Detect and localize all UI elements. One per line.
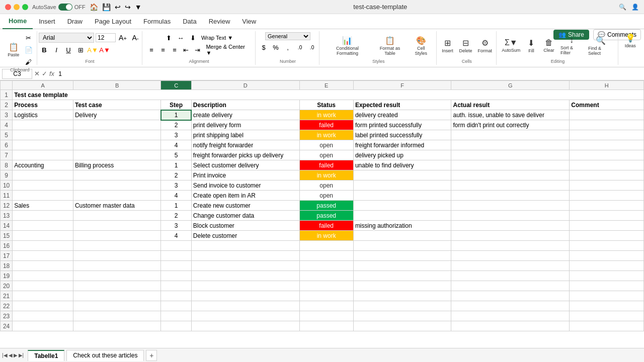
format-button[interactable]: ⚙ Format: [476, 37, 495, 54]
cell-styles-button[interactable]: 🎨 Cell Styles: [409, 35, 433, 57]
formula-input[interactable]: [56, 69, 642, 78]
cell[interactable]: [191, 261, 299, 271]
percent-button[interactable]: %: [270, 42, 281, 53]
cell[interactable]: Sales: [13, 201, 73, 211]
cell[interactable]: Create open item in AR: [191, 191, 299, 201]
cell[interactable]: form didn't print out correctly: [451, 120, 570, 130]
cell[interactable]: [451, 221, 570, 231]
font-color-button[interactable]: A▼: [99, 44, 110, 55]
cell[interactable]: failed: [299, 221, 353, 231]
cell[interactable]: [299, 301, 353, 311]
increase-indent-button[interactable]: ⇥: [192, 44, 203, 55]
cell[interactable]: [353, 211, 451, 221]
autosum-button[interactable]: Σ▼ AutoSum: [501, 37, 522, 54]
cell[interactable]: 1: [161, 160, 191, 170]
cell[interactable]: [191, 321, 299, 331]
cell[interactable]: [451, 191, 570, 201]
cell[interactable]: [570, 150, 644, 160]
cell[interactable]: [161, 301, 191, 311]
cell[interactable]: Expected result: [353, 100, 451, 110]
cell[interactable]: Create new customer: [191, 201, 299, 211]
cell[interactable]: [570, 281, 644, 291]
cell[interactable]: [73, 170, 160, 180]
cell[interactable]: [353, 291, 451, 301]
cell[interactable]: print shipping label: [191, 130, 299, 140]
cell[interactable]: [353, 301, 451, 311]
cell[interactable]: [451, 321, 570, 331]
cell[interactable]: [451, 311, 570, 321]
cell[interactable]: freight forwarder picks up delivery: [191, 150, 299, 160]
find-select-button[interactable]: 🔍 Find & Select: [586, 35, 615, 57]
cell[interactable]: [570, 291, 644, 301]
tab-draw[interactable]: Draw: [61, 14, 89, 29]
col-header-D[interactable]: D: [191, 81, 299, 90]
cell[interactable]: [73, 120, 160, 130]
cell[interactable]: 2: [161, 211, 191, 221]
cell[interactable]: 5: [161, 150, 191, 160]
cancel-icon[interactable]: ✕: [34, 70, 40, 77]
cell[interactable]: [13, 241, 73, 251]
cell[interactable]: [451, 241, 570, 251]
cell[interactable]: [73, 281, 160, 291]
cell[interactable]: 4: [161, 140, 191, 150]
format-painter-button[interactable]: 🖌: [23, 56, 34, 67]
cell[interactable]: Step: [161, 100, 191, 110]
cell[interactable]: 2: [161, 120, 191, 130]
col-header-B[interactable]: B: [73, 81, 160, 90]
italic-button[interactable]: I: [51, 44, 62, 55]
merge-center-button[interactable]: Merge & Center ▼: [204, 44, 252, 55]
align-left-button[interactable]: ≡: [146, 44, 157, 55]
autosave-toggle[interactable]: [58, 4, 72, 11]
cell[interactable]: [161, 251, 191, 261]
maximize-button[interactable]: [22, 4, 28, 10]
cell[interactable]: [451, 211, 570, 221]
cell[interactable]: [451, 180, 570, 191]
cell[interactable]: [191, 241, 299, 251]
cell[interactable]: [13, 130, 73, 140]
cell[interactable]: [570, 191, 644, 201]
cell[interactable]: [570, 170, 644, 180]
cell[interactable]: [570, 130, 644, 140]
cell[interactable]: [353, 231, 451, 241]
cell[interactable]: open: [299, 180, 353, 191]
align-right-button[interactable]: ≡: [170, 44, 180, 55]
cell[interactable]: 2: [161, 170, 191, 180]
cell[interactable]: [353, 201, 451, 211]
tab-page-layout[interactable]: Page Layout: [89, 14, 137, 29]
cell[interactable]: [353, 191, 451, 201]
align-top-button[interactable]: ⬆: [163, 32, 174, 43]
cell[interactable]: [570, 321, 644, 331]
cell[interactable]: [161, 271, 191, 281]
paste-button[interactable]: 📋 Paste: [6, 41, 22, 58]
cell[interactable]: [451, 271, 570, 281]
account-icon[interactable]: 👤: [631, 4, 639, 11]
tab-review[interactable]: Review: [203, 14, 236, 29]
sheet-tab-check[interactable]: Check out these articles: [66, 350, 144, 361]
tab-data[interactable]: Data: [177, 14, 202, 29]
cell[interactable]: [299, 281, 353, 291]
cell[interactable]: [570, 241, 644, 251]
cell[interactable]: 1: [161, 201, 191, 211]
cell[interactable]: [451, 130, 570, 140]
cell[interactable]: [191, 271, 299, 281]
cell[interactable]: [73, 241, 160, 251]
cell[interactable]: failed: [299, 160, 353, 170]
fx-icon[interactable]: fx: [49, 70, 54, 77]
cell[interactable]: [73, 191, 160, 201]
cell[interactable]: [73, 150, 160, 160]
cell[interactable]: [73, 251, 160, 261]
fill-color-button[interactable]: A▼: [87, 44, 98, 55]
cell[interactable]: [13, 221, 73, 231]
cell[interactable]: [570, 140, 644, 150]
search-icon[interactable]: 🔍: [619, 4, 626, 11]
cell[interactable]: [13, 301, 73, 311]
cell[interactable]: [570, 311, 644, 321]
ideas-button[interactable]: 💡 Ideas: [622, 32, 638, 49]
cell[interactable]: Delivery: [73, 110, 160, 120]
cell[interactable]: [299, 291, 353, 301]
cell[interactable]: [353, 241, 451, 251]
cell[interactable]: [73, 261, 160, 271]
clear-button[interactable]: 🗑 Clear: [541, 37, 557, 54]
cell[interactable]: [570, 261, 644, 271]
increase-font-button[interactable]: A+: [117, 32, 128, 43]
